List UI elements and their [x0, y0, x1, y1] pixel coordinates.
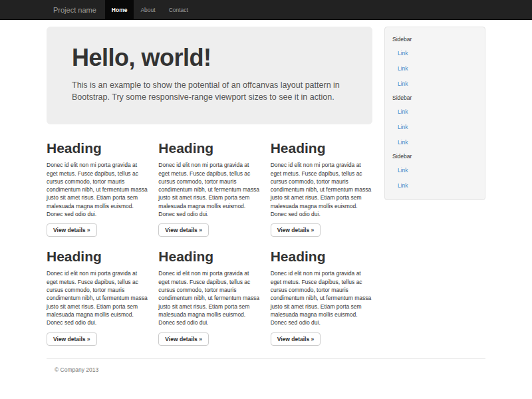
card-heading: Heading: [47, 249, 148, 264]
card-heading: Heading: [47, 140, 148, 156]
card-body-text: Donec id elit non mi porta gravida at eg…: [271, 161, 372, 218]
navbar-brand[interactable]: Project name: [47, 0, 103, 19]
card-heading: Heading: [271, 249, 372, 264]
nav-item-home[interactable]: Home: [105, 0, 134, 19]
sidebar-group-title: Sidebar: [385, 91, 485, 104]
main-row: Hello, world! This is an example to show…: [47, 27, 485, 346]
jumbotron-description: This is an example to show the potential…: [72, 79, 347, 104]
card-body-text: Donec id elit non mi porta gravida at eg…: [47, 269, 148, 327]
nav-item-contact[interactable]: Contact: [162, 0, 195, 19]
sidebar-group: Sidebar Link Link Link: [385, 33, 485, 91]
view-details-button[interactable]: View details »: [158, 332, 209, 346]
navbar-nav: Home About Contact: [105, 0, 195, 19]
view-details-button[interactable]: View details »: [158, 223, 209, 237]
sidebar-link[interactable]: Link: [385, 104, 485, 119]
sidebar-link[interactable]: Link: [385, 134, 485, 150]
sidebar-group-title: Sidebar: [385, 150, 485, 162]
card-body-text: Donec id elit non mi porta gravida at eg…: [47, 161, 148, 218]
article-card: Heading Donec id elit non mi porta gravi…: [47, 249, 148, 345]
navbar-container: Project name Home About Contact: [47, 0, 485, 19]
article-card: Heading Donec id elit non mi porta gravi…: [271, 249, 372, 345]
card-heading: Heading: [158, 249, 260, 264]
article-card: Heading Donec id elit non mi porta gravi…: [158, 140, 260, 237]
main-content: Hello, world! This is an example to show…: [47, 27, 372, 346]
view-details-button[interactable]: View details »: [47, 332, 97, 346]
sidebar-link[interactable]: Link: [385, 76, 485, 91]
page-title: Hello, world!: [72, 45, 347, 71]
article-card: Heading Donec id elit non mi porta gravi…: [271, 140, 372, 237]
cards-row-1: Heading Donec id elit non mi porta gravi…: [47, 140, 372, 237]
cards-row-2: Heading Donec id elit non mi porta gravi…: [47, 249, 372, 345]
view-details-button[interactable]: View details »: [47, 223, 97, 237]
sidebar-link[interactable]: Link: [385, 45, 485, 61]
view-details-button[interactable]: View details »: [271, 223, 321, 237]
sidebar-group-title: Sidebar: [385, 33, 485, 45]
jumbotron: Hello, world! This is an example to show…: [47, 27, 372, 124]
navbar: Project name Home About Contact: [0, 0, 532, 20]
sidebar-link[interactable]: Link: [385, 61, 485, 76]
nav-item-about[interactable]: About: [134, 0, 162, 19]
article-card: Heading Donec id elit non mi porta gravi…: [158, 249, 260, 345]
card-body-text: Donec id elit non mi porta gravida at eg…: [158, 269, 260, 327]
sidebar-link[interactable]: Link: [385, 162, 485, 178]
article-card: Heading Donec id elit non mi porta gravi…: [47, 140, 148, 237]
card-body-text: Donec id elit non mi porta gravida at eg…: [271, 269, 372, 327]
copyright-text: © Company 2013: [55, 366, 477, 373]
view-details-button[interactable]: View details »: [271, 332, 321, 346]
sidebar: Sidebar Link Link Link Sidebar Link Link…: [384, 27, 485, 200]
sidebar-link[interactable]: Link: [385, 178, 485, 193]
sidebar-group: Sidebar Link Link: [385, 150, 485, 193]
card-body-text: Donec id elit non mi porta gravida at eg…: [158, 161, 260, 218]
card-heading: Heading: [158, 140, 260, 156]
page-container: Hello, world! This is an example to show…: [47, 27, 485, 399]
footer: © Company 2013: [47, 358, 485, 399]
sidebar-group: Sidebar Link Link Link: [385, 91, 485, 150]
sidebar-link[interactable]: Link: [385, 119, 485, 134]
card-heading: Heading: [271, 140, 372, 156]
